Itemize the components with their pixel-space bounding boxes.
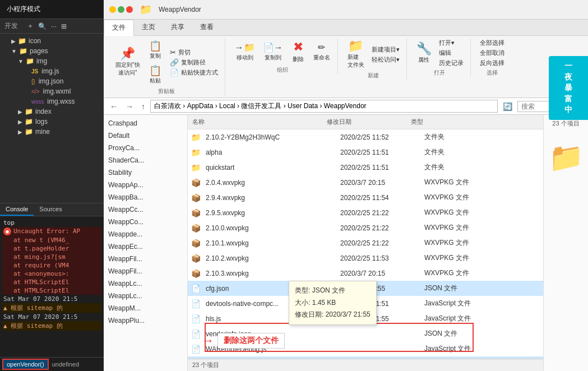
open-btn[interactable]: 打开▾: [437, 38, 466, 48]
sidebar-tree: ▶ 📁 icon ▼ 📁 pages ▼ 📁 img ▶ JS img.js ▶…: [0, 34, 104, 203]
file-row-wcc[interactable]: 🖥 wcc.exe 2020/2/25 11:51 应用程序: [188, 356, 543, 359]
pasteshortcut-btn[interactable]: 📄 粘贴快捷方式: [168, 68, 220, 77]
file-date: 2020/2/25 21:22: [336, 223, 420, 233]
file-name: alpha: [201, 147, 336, 157]
tree-item-mine[interactable]: ▶ 📁 mine: [0, 127, 104, 137]
folder-icon: 📁: [25, 108, 33, 115]
tree-item-img[interactable]: ▼ 📁 img: [0, 56, 104, 66]
new-folder-btn[interactable]: 📁 新建文件夹: [345, 38, 367, 71]
nav-item-stability[interactable]: Stability: [104, 166, 187, 179]
tree-item-imgjson[interactable]: ▶ {} img.json: [0, 76, 104, 86]
delete-btn[interactable]: ✖ 删除: [288, 38, 308, 65]
title-bar: 📁 WeappVendor: [104, 0, 588, 20]
search-btn[interactable]: 🔍: [38, 22, 47, 30]
address-path[interactable]: 白茶清欢 › AppData › Local › 微信开发工具 › User D…: [150, 100, 498, 113]
nav-item-crashpad[interactable]: Crashpad: [104, 117, 187, 129]
tab-sources[interactable]: Sources: [34, 203, 67, 216]
open-vendor-btn[interactable]: openVendor(): [2, 359, 49, 370]
back-btn[interactable]: ←: [107, 101, 121, 112]
copypath-label: 复制路径: [181, 58, 206, 67]
more-btn[interactable]: ···: [51, 22, 57, 30]
nav-item-wea-lc1[interactable]: WeappLc...: [104, 277, 187, 290]
tree-item-imgwxml[interactable]: ▶ </> img.wxml: [0, 86, 104, 96]
refresh-btn[interactable]: 🔄: [500, 101, 515, 112]
select-all-btn[interactable]: 全部选择: [478, 38, 507, 48]
tree-item-icon[interactable]: ▶ 📁 icon: [0, 36, 104, 46]
close-btn[interactable]: [126, 6, 133, 13]
tab-share[interactable]: 共享: [163, 20, 192, 35]
new-item-btn[interactable]: 新建项目▾: [369, 45, 402, 54]
tree-item-logs[interactable]: ▶ 📁 logs: [0, 117, 104, 127]
cut-btn[interactable]: ✂ 剪切: [168, 48, 220, 57]
tree-item-imgjs[interactable]: ▶ JS img.js: [0, 66, 104, 76]
file-row[interactable]: 📦 2.10.0.wxvpkg 2020/2/25 21:22 WXVPKG 文…: [188, 220, 543, 235]
rename-icon: ✏: [318, 42, 325, 53]
nav-item-proxyca[interactable]: ProxyCa...: [104, 142, 187, 154]
paste-btn[interactable]: 📋 粘贴: [145, 63, 165, 86]
wxss-icon: wxss: [31, 99, 44, 105]
file-row[interactable]: 📦 2.10.3.wxvpkg 2020/3/7 20:15 WXVPKG 文件: [188, 266, 543, 281]
maximize-btn[interactable]: [118, 6, 124, 13]
nav-item-weappde[interactable]: Weappde...: [104, 228, 187, 240]
nav-item-weappba[interactable]: WeappBa...: [104, 191, 187, 203]
add-btn[interactable]: ＋: [27, 21, 34, 31]
file-row[interactable]: 📁 2.10.2-Y2BMg2H3hWqC 2020/2/25 11:52 文件…: [188, 129, 543, 145]
nav-item-weappfil2[interactable]: WeappFil...: [104, 265, 187, 277]
pkg-icon: 📦: [190, 208, 201, 217]
up-btn[interactable]: ↑: [138, 101, 148, 112]
tree-item-imgwxss[interactable]: ▶ wxss img.wxss: [0, 96, 104, 106]
easy-access-btn[interactable]: 轻松访问▾: [369, 55, 402, 64]
file-row-alpha[interactable]: 📁 alpha 2020/2/25 11:51 文件夹: [188, 145, 543, 160]
select-none-btn[interactable]: 全部取消: [478, 48, 507, 58]
history-btn[interactable]: 历史记录: [437, 58, 466, 68]
tree-item-index[interactable]: ▶ 📁 index: [0, 106, 104, 117]
nav-item-default[interactable]: Default: [104, 129, 187, 142]
file-name: quickstart: [201, 163, 336, 173]
file-row-cfgjson[interactable]: 📄 cfg.json 2020/3/7 21:55 JSON 文件 类型: JS…: [188, 281, 543, 296]
minimize-btn[interactable]: [109, 6, 116, 13]
copy-btn[interactable]: 📋 复制: [145, 38, 165, 62]
nav-item-weappap[interactable]: WeappAp...: [104, 179, 187, 191]
tab-view[interactable]: 查看: [192, 20, 221, 35]
pin-btn[interactable]: 📌 固定到"快速访问": [113, 46, 143, 78]
right-count: 23 个项目: [552, 119, 579, 128]
file-row[interactable]: 📦 2.0.4.wxvpkg 2020/3/7 20:15 WXVPKG 文件: [188, 175, 543, 190]
nav-item-wea-lc2[interactable]: WeappLc...: [104, 290, 187, 302]
file-row-quickstart[interactable]: 📁 quickstart 2020/2/25 11:51 文件夹: [188, 160, 543, 175]
file-date: 2020/2/25 11:52: [336, 132, 420, 142]
sticker-line5: 中: [551, 104, 586, 115]
file-row[interactable]: 📦 2.10.2.wxvpkg 2020/2/25 11:53 WXVPKG 文…: [188, 251, 543, 266]
tab-home[interactable]: 主页: [134, 20, 163, 35]
invert-select-btn[interactable]: 反向选择: [478, 58, 507, 68]
console-line: at ming.js?[sm: [2, 253, 101, 261]
nav-item-weappplu[interactable]: WeappPlu...: [104, 314, 187, 327]
tab-file[interactable]: 文件: [104, 20, 134, 36]
tree-item-pages[interactable]: ▼ 📁 pages: [0, 46, 104, 56]
copypath-btn[interactable]: 🔗 复制路径: [168, 58, 220, 67]
tooltip: 类型: JSON 文件 大小: 1.45 KB 修改日期: 2020/3/7 2…: [289, 281, 377, 325]
file-row[interactable]: 📦 2.9.5.wxvpkg 2020/2/25 21:22 WXVPKG 文件: [188, 205, 543, 220]
edit-btn[interactable]: 编辑: [437, 48, 466, 58]
error-badge: ●: [3, 228, 11, 235]
move-btn[interactable]: →📁 移动到: [232, 40, 258, 63]
nav-item-weappec[interactable]: WeappEc...: [104, 240, 187, 253]
properties-btn[interactable]: 🔧 属性: [414, 41, 434, 66]
select-btns: 全部选择 全部取消 反向选择: [478, 38, 507, 68]
file-row[interactable]: 📦 2.9.4.wxvpkg 2020/2/25 11:54 WXVPKG 文件: [188, 190, 543, 205]
header-name: 名称: [188, 117, 322, 127]
nav-item-weappfil1[interactable]: WeappFil...: [104, 253, 187, 265]
nav-item-shaderda[interactable]: ShaderCa...: [104, 154, 187, 166]
copy-to-btn[interactable]: 📄→ 复制到: [260, 40, 286, 63]
layout-btn[interactable]: ⊞: [61, 22, 67, 30]
rename-btn[interactable]: ✏ 重命名: [311, 40, 333, 63]
file-row[interactable]: 📦 2.10.1.wxvpkg 2020/2/25 21:22 WXVPKG 文…: [188, 235, 543, 251]
tree-label: pages: [30, 47, 48, 55]
arrow-icon: ▼: [11, 48, 17, 54]
tab-console[interactable]: Console: [0, 203, 34, 216]
nav-item-weappm[interactable]: WeappM...: [104, 302, 187, 314]
clipboard-group: 📌 固定到"快速访问" 📋 复制 📋 粘贴: [108, 38, 225, 95]
forward-btn[interactable]: →: [123, 101, 136, 112]
file-date: 2020/2/25 11:54: [336, 193, 420, 203]
nav-item-weappcc1[interactable]: WeappCc...: [104, 203, 187, 216]
nav-item-weappcc2[interactable]: WeappCo...: [104, 216, 187, 228]
